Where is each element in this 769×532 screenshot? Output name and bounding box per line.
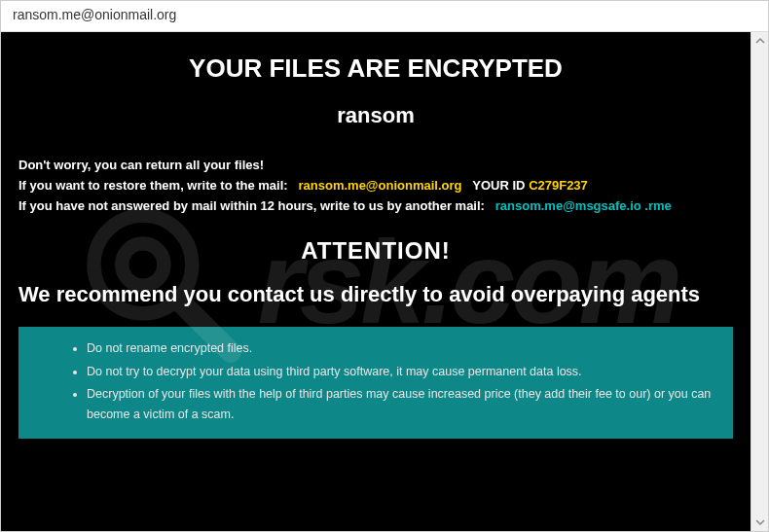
window-titlebar: ransom.me@onionmail.org xyxy=(1,1,768,32)
window-title: ransom.me@onionmail.org xyxy=(13,7,176,22)
info-line3-prefix: If you have not answered by mail within … xyxy=(18,198,485,213)
advice-item: Do not try to decrypt your data using th… xyxy=(87,362,723,382)
advice-box: Do not rename encrypted files. Do not tr… xyxy=(18,327,733,439)
ransom-note-panel: rsk.com YOUR FILES ARE ENCRYPTED ransom … xyxy=(1,32,751,531)
main-heading: YOUR FILES ARE ENCRYPTED xyxy=(18,53,733,84)
info-block: Don't worry, you can return all your fil… xyxy=(18,156,733,216)
scroll-up-arrow-icon[interactable] xyxy=(751,32,769,50)
content-wrapper: rsk.com YOUR FILES ARE ENCRYPTED ransom … xyxy=(1,32,768,531)
attention-heading: ATTENTION! xyxy=(18,237,733,265)
secondary-email: ransom.me@msgsafe.io .rme xyxy=(495,198,672,213)
info-line-1: Don't worry, you can return all your fil… xyxy=(18,156,733,176)
info-line2-prefix: If you want to restore them, write to th… xyxy=(18,178,288,193)
your-id-value: C279F237 xyxy=(529,178,588,193)
advice-item: Decryption of your files with the help o… xyxy=(87,384,723,426)
recommend-text: We recommend you contact us directly to … xyxy=(18,282,733,307)
primary-email: ransom.me@onionmail.org xyxy=(299,178,462,193)
sub-heading: ransom xyxy=(18,103,733,128)
your-id-label: YOUR ID xyxy=(472,178,525,193)
scroll-down-arrow-icon[interactable] xyxy=(751,514,769,531)
advice-item: Do not rename encrypted files. xyxy=(87,338,723,359)
info-line-2: If you want to restore them, write to th… xyxy=(18,176,733,196)
info-line-3: If you have not answered by mail within … xyxy=(18,196,733,217)
vertical-scrollbar[interactable] xyxy=(751,32,768,531)
advice-list: Do not rename encrypted files. Do not tr… xyxy=(48,338,723,425)
